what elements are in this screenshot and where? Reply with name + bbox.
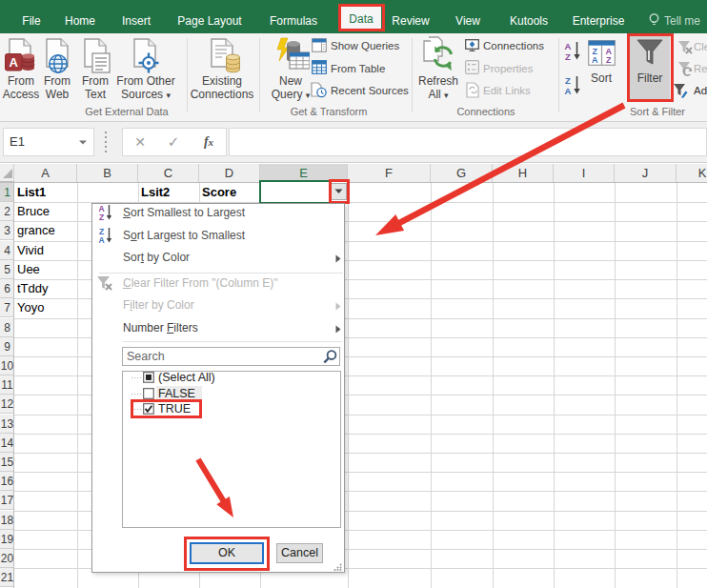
svg-text:Z: Z [565,51,571,62]
svg-text:A: A [565,41,572,51]
svg-text:A: A [98,235,104,244]
svg-text:A: A [10,55,19,70]
svg-text:A: A [565,86,572,96]
svg-text:A: A [592,55,598,65]
svg-text:A: A [605,47,612,56]
svg-text:Z: Z [99,213,104,221]
svg-text:Z: Z [593,47,598,56]
svg-text:Z: Z [606,55,612,65]
svg-text:Z: Z [565,75,571,86]
